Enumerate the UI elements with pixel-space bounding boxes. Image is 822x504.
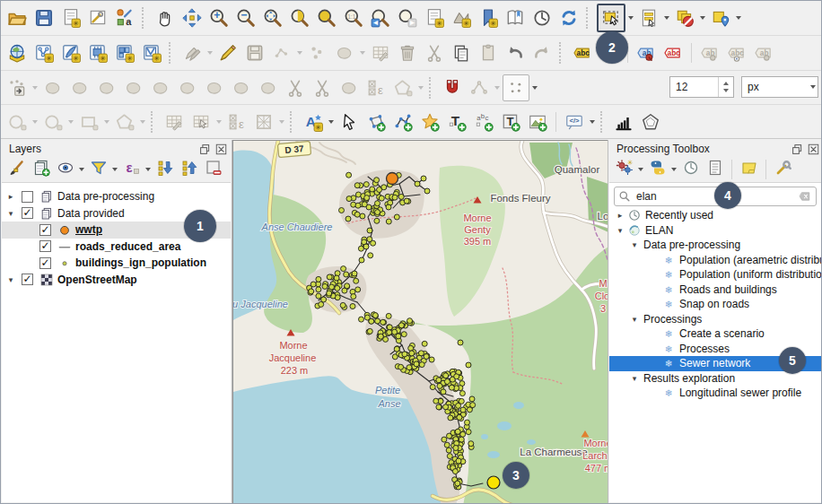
formatted-text-annotation-button[interactable]: T [498, 109, 523, 135]
data-source-manager-button[interactable] [4, 40, 30, 65]
remove-layer-button[interactable] [201, 158, 225, 181]
pan-map-button[interactable] [153, 5, 178, 30]
new-gpx-layer-button[interactable]: ✳ [139, 40, 164, 65]
filter-legend-dropdown[interactable] [112, 168, 118, 171]
select-by-location-dropdown[interactable] [736, 16, 741, 20]
collapse-icon[interactable]: ▾ [5, 209, 16, 218]
open-project-button[interactable] [4, 5, 30, 30]
collapse-icon[interactable]: ▾ [629, 374, 640, 383]
processing-row-longitudinal-sewer-profile[interactable]: ❄Longitudinal sewer profile [609, 386, 822, 401]
processing-row-recently-used[interactable]: ▸Recently used [609, 208, 822, 223]
deselect-features-dropdown[interactable] [700, 16, 705, 20]
new-mesh-layer-button[interactable]: ✳ [112, 40, 137, 65]
select-features-by-value-button[interactable] [636, 5, 661, 30]
image-annotation-button[interactable] [525, 109, 550, 135]
processing-row-data-pre-processing[interactable]: ▾Data pre-processing [609, 238, 822, 253]
select-features-by-value-dropdown[interactable] [664, 16, 669, 20]
show-spatial-bookmarks-button[interactable] [503, 5, 528, 30]
processing-row-population-areametric-distribut[interactable]: ❄Population (areametric distribut... [609, 253, 822, 268]
processing-row-processings[interactable]: ▾Processings [609, 312, 822, 327]
processing-panel-float-button[interactable] [791, 143, 804, 156]
processing-row-population-uniform-distribution[interactable]: ❄Population (uniform distribution) [609, 267, 822, 282]
temporal-controller-button[interactable] [529, 5, 555, 30]
collapse-icon[interactable]: ▾ [629, 315, 640, 324]
pan-to-selection-button[interactable] [179, 5, 205, 30]
zoom-in-button[interactable]: + [206, 5, 232, 30]
layer-checkbox[interactable] [22, 191, 33, 203]
new-print-layout-button[interactable]: ✳ [58, 5, 83, 30]
statistics-plugin-button[interactable] [611, 109, 636, 135]
text-annotation-button[interactable]: T [444, 109, 469, 135]
expand-all-button[interactable] [153, 158, 177, 181]
filter-legend-button[interactable] [86, 158, 110, 181]
snapping-options-dropdown[interactable] [532, 86, 538, 90]
geometry-plugin-button[interactable] [638, 109, 663, 135]
copy-features-button[interactable] [449, 40, 474, 65]
zoom-out-button[interactable]: − [233, 5, 258, 30]
html-annotation-button[interactable]: </> [562, 109, 587, 135]
layer-checkbox[interactable]: ✓ [22, 207, 33, 219]
select-features-dropdown[interactable] [628, 16, 634, 20]
marker-annotation-button[interactable] [417, 109, 442, 135]
new-map-view-button[interactable]: ✳ [422, 5, 447, 30]
collapse-icon[interactable]: ▾ [629, 240, 640, 249]
add-group-button[interactable] [29, 158, 53, 181]
edit-features-in-place-button[interactable] [737, 158, 761, 181]
layer-labeling-button[interactable]: abc [570, 40, 595, 65]
results-viewer-button[interactable] [703, 158, 727, 181]
style-manager-button[interactable]: a [112, 5, 137, 30]
layer-row-data-pre-processing[interactable]: ▸Data pre-processing [2, 188, 231, 205]
undo-button[interactable] [503, 40, 528, 65]
processing-row-create-a-scenario[interactable]: ❄Create a scenario [609, 326, 822, 342]
manage-map-themes-dropdown[interactable] [79, 168, 84, 171]
spinner-arrows[interactable] [718, 77, 733, 97]
python-console-dropdown[interactable] [671, 168, 677, 171]
expand-icon[interactable]: ▸ [5, 192, 16, 201]
filter-by-expression-dropdown[interactable] [145, 168, 151, 171]
new-virtual-layer-button[interactable]: ✳ [85, 40, 110, 65]
python-console-button[interactable] [645, 158, 669, 181]
annotation-layer-dropdown[interactable] [328, 120, 334, 124]
toggle-editing-button[interactable] [215, 40, 240, 65]
deselect-features-button[interactable] [672, 5, 697, 30]
layers-panel-close-button[interactable] [214, 143, 228, 156]
collapse-icon[interactable]: ▾ [5, 275, 16, 284]
processing-row-roads-and-buildings[interactable]: ❄Roads and buildings [609, 282, 822, 298]
models-dropdown[interactable] [638, 168, 643, 171]
collapse-all-button[interactable] [177, 158, 201, 181]
layer-checkbox[interactable]: ✓ [39, 257, 51, 269]
enable-snapping-button[interactable] [440, 75, 465, 100]
processing-row-snap-on-roads[interactable]: ❄Snap on roads [609, 297, 822, 312]
snapping-tolerance-input[interactable]: 12 [669, 76, 734, 98]
save-project-button[interactable] [31, 5, 57, 30]
clear-search-icon[interactable] [797, 190, 812, 203]
select-by-location-button[interactable] [708, 5, 733, 30]
snapping-unit-select[interactable]: px [741, 76, 818, 98]
annotation-layer-button[interactable]: A✳ [301, 109, 326, 135]
new-spatialite-layer-button[interactable]: ✳ [58, 40, 83, 65]
zoom-last-button[interactable]: ◂ [368, 5, 393, 30]
manage-map-themes-button[interactable] [53, 158, 77, 181]
snapping-options-button[interactable] [503, 74, 529, 101]
refresh-map-button[interactable] [556, 5, 582, 30]
open-layer-styling-button[interactable] [4, 158, 29, 181]
layers-panel-float-button[interactable] [198, 143, 212, 156]
layer-checkbox[interactable]: ✓ [22, 274, 33, 285]
filter-by-expression-button[interactable]: ε [119, 158, 144, 181]
processing-row-elan[interactable]: ▾ELAN [609, 223, 822, 239]
pin-labels-button[interactable]: ab [634, 40, 659, 65]
polygon-annotation-button[interactable] [363, 109, 389, 135]
select-annotation-button[interactable] [337, 109, 362, 135]
history-button[interactable] [678, 158, 703, 181]
processing-panel-close-button[interactable] [807, 143, 820, 156]
zoom-to-layer-button[interactable] [314, 5, 339, 30]
line-annotation-button[interactable] [390, 109, 415, 135]
collapse-icon[interactable]: ▾ [615, 226, 625, 235]
options-button[interactable] [771, 158, 795, 181]
expand-icon[interactable]: ▸ [615, 211, 625, 220]
layer-checkbox[interactable]: ✓ [39, 240, 51, 252]
layer-checkbox[interactable]: ✓ [39, 224, 51, 236]
new-3d-map-view-button[interactable]: ✳ [449, 5, 474, 30]
html-annotation-dropdown[interactable] [590, 120, 595, 124]
map-canvas[interactable]: D 37QuamalorFonds FleuryLoMorneGenty395 … [232, 140, 609, 504]
